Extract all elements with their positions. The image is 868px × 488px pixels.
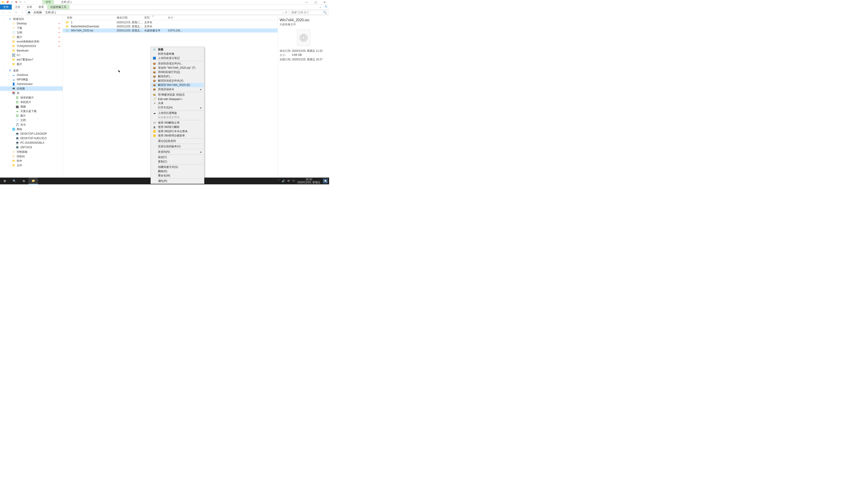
column-name[interactable]: 名称 [66, 16, 115, 20]
tree-item[interactable]: 🎬视频 [0, 104, 63, 109]
column-date[interactable]: 修改日期 [115, 16, 143, 20]
tree-item[interactable]: 📄文档 [0, 118, 63, 123]
context-menu-item[interactable]: 🗑使用 360强力删除 [151, 125, 204, 129]
start-button[interactable]: ⊞ [0, 177, 9, 184]
tree-item[interactable]: ›☁OneDrive [0, 73, 63, 77]
tree-item[interactable]: 💻ZMT2019 [0, 145, 63, 150]
context-menu-item[interactable]: 📝Edit with Notepad++ [151, 97, 204, 101]
context-menu-item[interactable]: 💿装载 [151, 47, 204, 52]
context-menu-item[interactable]: 刻录光盘映像 [151, 52, 204, 56]
tree-item[interactable]: 🖥Desktop [0, 21, 63, 26]
context-menu-item[interactable]: 通过QQ发送到 [151, 139, 204, 143]
context-menu-item[interactable]: 📦添加到 "Win7x64_2020.zip" (T) [151, 66, 204, 70]
context-menu-item[interactable]: 🐝用 蜂蜜浏览器 浏览(3) [151, 93, 204, 97]
context-menu-item[interactable]: 🛡使用 360解除占用 [151, 121, 204, 125]
tree-item[interactable]: ›☁WPS网盘 [0, 77, 63, 82]
context-menu-item[interactable]: 📦其他压缩命令▶ [151, 87, 204, 92]
qat-check-icon[interactable]: ✔ [10, 0, 13, 4]
expand-icon[interactable]: ˅ [8, 92, 10, 94]
context-menu-item[interactable]: 🟡使用 360管理右键菜单 [151, 133, 204, 138]
tree-item[interactable]: 📁文件 [0, 163, 63, 168]
ribbon-tab-share[interactable]: 共享 [24, 4, 35, 9]
expand-icon[interactable]: ˅ [4, 69, 7, 72]
nav-forward-button[interactable]: → [7, 10, 12, 15]
breadcrumb-part[interactable]: 此电脑 [33, 11, 42, 14]
search-input[interactable]: 搜索"文档 (E:)" 🔍 [290, 10, 328, 15]
help-icon[interactable]: ?⃝ [324, 4, 328, 9]
breadcrumb-part[interactable]: 文档 (E:) [45, 11, 56, 14]
expand-icon[interactable]: › [8, 88, 10, 90]
notification-button[interactable]: 💬3 [323, 178, 328, 184]
close-button[interactable]: ✕ [320, 0, 329, 4]
tree-item[interactable]: 🖼本机照片 [0, 100, 63, 104]
ribbon-tab-view[interactable]: 查看 [35, 4, 47, 9]
ribbon-file-tab[interactable]: 文件 [0, 4, 12, 9]
file-row[interactable]: 📁BaiduNetdiskDownload2020/12/25, 星期五 1..… [63, 24, 278, 29]
tree-item[interactable]: 🖼图片 [0, 113, 63, 118]
nav-back-button[interactable]: ← [1, 10, 6, 15]
tree-item[interactable]: 🖼图片 [0, 35, 63, 39]
tree-item[interactable]: 📁excel表格制作求和 [0, 39, 63, 44]
task-view-button[interactable]: ⧉ [19, 177, 29, 184]
tree-item[interactable]: ˅🖥桌面 [0, 68, 63, 73]
column-size[interactable]: 大小 [166, 16, 182, 20]
maximize-button[interactable]: ▢ [311, 0, 320, 4]
nav-history-button[interactable]: ▾ [13, 10, 19, 15]
context-menu-item[interactable]: 剪切(T) [151, 155, 204, 160]
expand-icon[interactable]: ˅ [8, 128, 10, 130]
context-menu-item[interactable]: 发送到(N)▶ [151, 150, 204, 154]
tree-item[interactable]: ˅📚库 [0, 91, 63, 95]
expand-icon[interactable]: › [8, 78, 10, 80]
breadcrumb-dropdown-icon[interactable]: ⌄ [282, 11, 284, 14]
context-menu-item[interactable]: 📦用360压缩打开(Q) [151, 70, 204, 74]
tree-item[interactable]: 🖼保存的图片 [0, 95, 63, 100]
context-menu-item[interactable]: 还原以前的版本(V) [151, 144, 204, 149]
context-menu-item[interactable]: ↗共享 [151, 101, 204, 105]
search-button[interactable]: 🔍 [9, 177, 19, 184]
context-menu-item[interactable]: 📦添加到压缩文件(A)... [151, 61, 204, 66]
context-menu-item[interactable]: 🟡使用 360进行木马云查杀 [151, 129, 204, 133]
expand-icon[interactable]: ˅ [4, 18, 7, 20]
tree-item[interactable]: 📄文档 [0, 30, 63, 35]
tree-item[interactable]: 💻PC-20190530OBLA [0, 140, 63, 145]
tree-item[interactable]: ⚙控制面板 [0, 150, 63, 154]
tree-item[interactable]: 📁软件 [0, 159, 63, 163]
chevron-right-icon[interactable]: › [43, 11, 44, 13]
explorer-taskbar-button[interactable]: 📁 [29, 177, 38, 184]
chevron-right-icon[interactable]: › [32, 11, 32, 13]
tree-item[interactable]: 📁YUNQISHI2019 [0, 44, 63, 48]
context-menu-item[interactable]: ☁上传到百度网盘 [151, 111, 204, 115]
minimize-button[interactable]: — [302, 0, 311, 4]
context-menu-item[interactable]: 删除(D) [151, 169, 204, 173]
tree-item[interactable]: ›👤Administrator [0, 82, 63, 86]
ribbon-expand-button[interactable]: ⌄ [317, 4, 324, 9]
tree-item[interactable]: 🗑回收站 [0, 154, 63, 159]
taskbar-clock[interactable]: 16:32 2020/12/25, 星期五 [297, 178, 320, 184]
tree-item[interactable]: 💻DESKTOP-LSSOEDP [0, 131, 63, 136]
context-menu-item[interactable]: 🟦上传到有道云笔记 [151, 56, 204, 60]
expand-icon[interactable]: › [8, 74, 10, 76]
ribbon-tab-home[interactable]: 主页 [12, 4, 24, 9]
tree-item[interactable]: ⬇下载 [0, 26, 63, 30]
tree-item[interactable]: ›💻此电脑 [0, 86, 63, 91]
tree-item[interactable]: 📁图片 [0, 62, 63, 66]
file-row[interactable]: 💿Win7x64_2020.iso2020/12/25, 星期五 1...光盘映… [63, 29, 278, 33]
tree-item[interactable]: 🎵音乐 [0, 123, 63, 127]
context-menu-item[interactable]: 重命名(M) [151, 173, 204, 178]
tree-item[interactable]: ˅🌐网络 [0, 127, 63, 131]
nav-up-button[interactable]: ↑ [20, 10, 25, 15]
qat-pin-icon[interactable]: 📌 [6, 0, 9, 4]
context-menu-item[interactable]: 打开方式(H)▶ [151, 105, 204, 110]
tree-item[interactable]: 💻DESKTOP-NJEU3CG [0, 136, 63, 140]
ribbon-context-tool[interactable]: 光盘映像工具 [47, 4, 70, 9]
qat-dropdown-icon[interactable]: ▾ [23, 0, 26, 4]
tray-chevron-icon[interactable]: ˄ [278, 180, 279, 183]
breadcrumb[interactable]: 💻 › 此电脑 › 文档 (E:) › ⌄ ⟳ [26, 10, 288, 15]
tree-item[interactable]: 📁Bandicam [0, 48, 63, 53]
qat-redo-icon[interactable]: ↻ [19, 0, 22, 4]
context-menu-item[interactable]: 📦解压到 Win7x64_2020\ (E) [151, 83, 204, 87]
chevron-right-icon[interactable]: › [57, 11, 58, 13]
tree-item[interactable]: ˅★快速访问 [0, 17, 63, 21]
tray-shield-icon[interactable]: 🛡 [292, 180, 295, 183]
tree-item[interactable]: 💽G:\ [0, 53, 63, 57]
